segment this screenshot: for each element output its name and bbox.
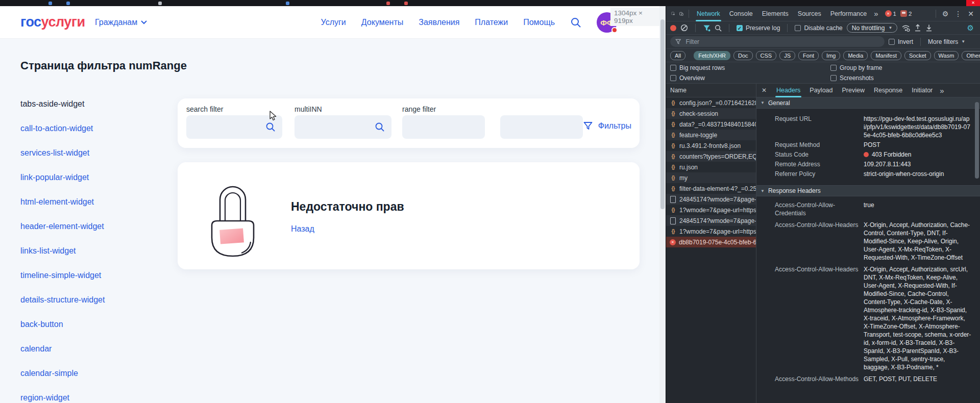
inspect-element-icon[interactable]	[669, 10, 677, 18]
chip-fetch-xhr[interactable]: Fetch/XHR	[694, 51, 730, 60]
panel-tab-initiator[interactable]: Initiator	[907, 84, 937, 97]
sidebar-item-tabs-aside-widget[interactable]: tabs-aside-widget	[20, 99, 105, 108]
sidebar-item-timeline-simple-widget[interactable]: timeline-simple-widget	[20, 271, 105, 280]
devtools-tab-elements[interactable]: Elements	[757, 6, 793, 21]
network-request-row[interactable]: 1?wmode=7&page-url=https%...	[666, 226, 756, 237]
sidebar-item-calendar[interactable]: calendar	[20, 344, 105, 353]
nav-payments[interactable]: Платежи	[475, 18, 508, 27]
group-by-frame-checkbox[interactable]: Group by frame	[830, 64, 980, 71]
page-scrollbar-thumb[interactable]	[660, 19, 665, 209]
network-request-row[interactable]: 24845174?wmode=7&page-url...	[666, 194, 756, 205]
devtools-close-icon[interactable]: ✕	[965, 10, 977, 18]
network-request-row-selected[interactable]: db8b7019-075e-4c05-bfeb-6b8...	[666, 237, 756, 247]
devtools-menu-kebab-icon[interactable]: ⋮	[951, 10, 965, 18]
network-request-row[interactable]: check-session	[666, 108, 756, 119]
sidebar-item-call-to-action-widget[interactable]: call-to-action-widget	[20, 124, 105, 133]
range-to-input[interactable]	[500, 115, 583, 139]
devtools-tab-console[interactable]: Console	[725, 6, 757, 21]
invert-checkbox[interactable]: Invert	[889, 38, 913, 45]
back-link[interactable]: Назад	[291, 224, 314, 234]
nav-documents[interactable]: Документы	[361, 18, 403, 27]
devtools-tab-performance[interactable]: Performance	[826, 6, 872, 21]
filter-funnel-icon[interactable]	[703, 24, 710, 32]
header-search-button[interactable]	[570, 17, 581, 28]
network-request-row[interactable]: ru.json	[666, 162, 756, 172]
range-from-input[interactable]	[402, 115, 485, 139]
gosuslugi-logo[interactable]: госуслуги	[20, 14, 85, 30]
panel-tab-headers[interactable]: Headers	[772, 84, 805, 97]
sidebar-item-details-structure-widget[interactable]: details-structure-widget	[20, 295, 105, 304]
sidebar-item-services-list-widget[interactable]: services-list-widget	[20, 148, 105, 157]
sidebar-item-links-list-widget[interactable]: links-list-widget	[20, 246, 105, 255]
network-conditions-icon[interactable]	[901, 24, 910, 32]
more-tabs-icon[interactable]: »	[871, 9, 880, 18]
more-filters-dropdown[interactable]: More filters ▼	[928, 38, 965, 45]
chip-media[interactable]: Media	[843, 51, 868, 60]
browser-tab-favicon[interactable]	[66, 2, 70, 5]
export-har-icon[interactable]	[925, 24, 933, 32]
network-request-row[interactable]: 24845174?wmode=7&page-url...	[666, 215, 756, 226]
browser-tab-favicon[interactable]	[48, 2, 52, 5]
preserve-log-checkbox[interactable]: Preserve log	[737, 24, 780, 32]
overview-checkbox[interactable]: Overview	[670, 74, 830, 82]
browser-tab-favicon[interactable]	[158, 2, 162, 5]
screenshots-checkbox[interactable]: Screenshots	[830, 74, 980, 82]
network-request-row[interactable]: config.json?_=0.071642162898...	[666, 97, 756, 108]
panel-tab-payload[interactable]: Payload	[805, 84, 837, 97]
record-network-log-button[interactable]	[670, 25, 676, 31]
network-settings-gear-icon[interactable]: ⚙	[965, 23, 976, 33]
network-request-row[interactable]: ru.3.491.2-frontv8.json	[666, 140, 756, 151]
audience-menu[interactable]: Гражданам	[95, 18, 147, 27]
network-filter-input[interactable]	[684, 38, 879, 46]
network-request-row[interactable]: filter-data-element-4?_=0.2577...	[666, 183, 756, 194]
network-request-row[interactable]: 1?wmode=7&page-url=https%...	[666, 205, 756, 215]
sidebar-item-link-popular-widget[interactable]: link-popular-widget	[20, 173, 105, 182]
chip-js[interactable]: JS	[779, 51, 795, 60]
more-panel-tabs-icon[interactable]: »	[937, 86, 946, 95]
clear-network-log-icon[interactable]	[680, 24, 688, 32]
chip-doc[interactable]: Doc	[733, 51, 753, 60]
sidebar-item-back-button[interactable]: back-button	[20, 320, 105, 329]
nav-applications[interactable]: Заявления	[419, 18, 459, 27]
nav-services[interactable]: Услуги	[321, 18, 346, 27]
device-toolbar-icon[interactable]	[677, 10, 685, 18]
panel-tab-response[interactable]: Response	[869, 84, 907, 97]
throttling-select[interactable]: No throttling ▼	[847, 23, 898, 33]
devtools-settings-gear-icon[interactable]: ⚙	[939, 10, 952, 18]
devtools-tab-network[interactable]: Network	[692, 6, 725, 21]
response-headers-section-header[interactable]: ▼ Response Headers	[756, 185, 980, 196]
browser-tab-favicon[interactable]	[286, 2, 289, 5]
chip-font[interactable]: Font	[798, 51, 819, 60]
chip-manifest[interactable]: Manifest	[871, 51, 901, 60]
page-scrollbar[interactable]	[659, 6, 666, 403]
network-request-row[interactable]: data?_=0.4837194840158403	[666, 119, 756, 130]
disable-cache-checkbox[interactable]: Disable cache	[795, 24, 842, 32]
browser-tab-favicon[interactable]	[386, 2, 390, 5]
import-har-icon[interactable]	[914, 24, 921, 32]
sidebar-item-header-element-widget[interactable]: header-element-widget	[20, 222, 105, 231]
console-errors-badge[interactable]: ✕ 1	[885, 10, 896, 17]
chip-wasm[interactable]: Wasm	[934, 51, 959, 60]
search-icon[interactable]	[265, 122, 276, 132]
search-network-icon[interactable]	[715, 24, 722, 32]
close-details-icon[interactable]: ✕	[756, 87, 772, 94]
window-close-button[interactable]: ✕	[966, 0, 980, 6]
general-section-header[interactable]: ▼ General	[756, 97, 980, 109]
chip-socket[interactable]: Socket	[904, 51, 931, 60]
sidebar-item-region-widget[interactable]: region-widget	[20, 393, 105, 402]
big-request-rows-checkbox[interactable]: Big request rows	[670, 64, 830, 71]
panel-tab-preview[interactable]: Preview	[838, 84, 869, 97]
chip-img[interactable]: Img	[822, 51, 840, 60]
filters-button[interactable]: Фильтры	[583, 121, 631, 131]
network-request-row[interactable]: counters?types=ORDER,EQUEU...	[666, 151, 756, 162]
nav-help[interactable]: Помощь	[523, 18, 555, 27]
devtools-tab-sources[interactable]: Sources	[793, 6, 826, 21]
chip-css[interactable]: CSS	[756, 51, 777, 60]
network-request-row[interactable]: my	[666, 172, 756, 183]
network-request-row[interactable]: feature-toggle	[666, 130, 756, 140]
sidebar-item-html-element-widget[interactable]: html-element-widget	[20, 197, 105, 206]
sidebar-item-calendar-simple[interactable]: calendar-simple	[20, 369, 105, 377]
chip-other[interactable]: Other	[962, 51, 980, 60]
browser-tab-favicon[interactable]	[404, 2, 408, 5]
chip-all[interactable]: All	[670, 51, 685, 60]
